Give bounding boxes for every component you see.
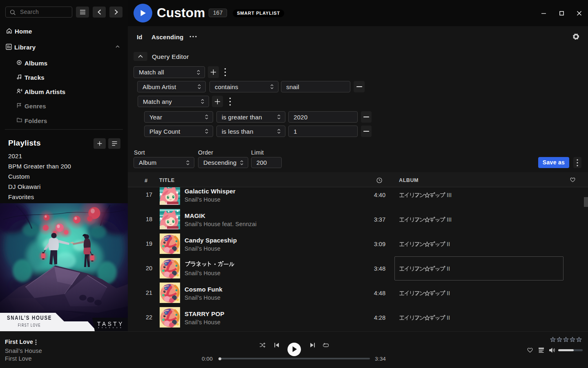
svg-text:II: II [447,241,450,247]
svg-text:TASTY: TASTY [97,320,124,327]
svg-text:II: II [447,290,450,296]
svg-text:III: III [447,217,452,223]
svg-text:FIRST LOVE: FIRST LOVE [18,323,41,328]
svg-text:II: II [447,315,450,321]
svg-text:III: III [447,192,452,198]
svg-text:SNAIL’S HOUSE: SNAIL’S HOUSE [7,314,52,321]
